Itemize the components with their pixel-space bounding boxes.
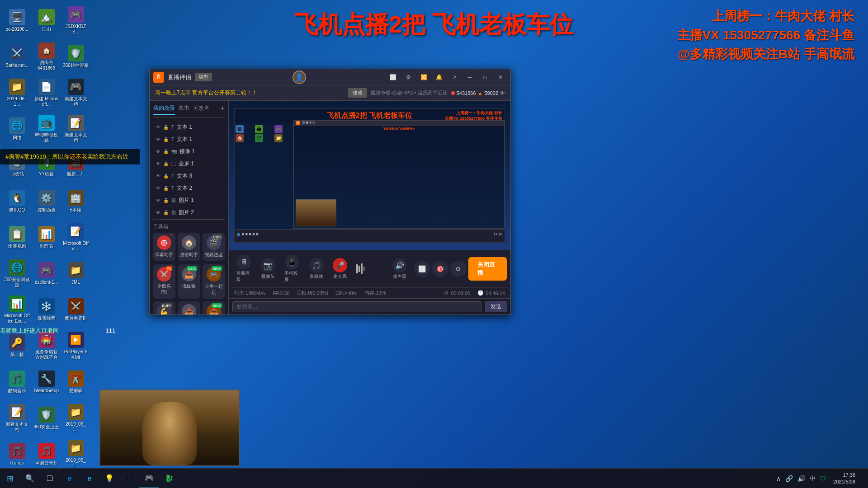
obs-scene-item-img1[interactable]: 👁 🔒 🖼 图片 1 bbox=[153, 195, 225, 206]
desktop-icon-dzclient[interactable]: 🎮 dzclient-1... bbox=[32, 255, 61, 291]
obs-icon-monitor[interactable]: ⬜ bbox=[387, 72, 399, 82]
obs-maximize-btn[interactable]: □ bbox=[479, 72, 491, 82]
tray-security-icon[interactable]: 🛡 bbox=[819, 475, 828, 482]
desktop-icon-controlpanel[interactable]: ⚙️ 控制面板 bbox=[32, 183, 61, 219]
desktop-icon-360lan[interactable]: 🌐 360安全浏览器 bbox=[2, 255, 32, 291]
desktop-icon-newms[interactable]: 📄 新建 Microsoft... bbox=[32, 75, 61, 111]
desktop-icon-newtext[interactable]: 📝 新建文本文档 bbox=[61, 111, 90, 147]
desktop-icon-steam[interactable]: 🎮 新建文本文档 bbox=[61, 75, 90, 111]
scene-eye-icon: 👁 bbox=[156, 125, 160, 130]
obs-tools-row2: ⚔️ PK 全民乐PK 📥 NEW 流媒酱 bbox=[153, 264, 225, 299]
desktop-icon-jml[interactable]: 📁 JML bbox=[61, 255, 90, 291]
obs-scene-item-text2[interactable]: 👁 🔒 T 文本 2 bbox=[153, 183, 225, 194]
tray-network-icon[interactable]: 🔗 bbox=[784, 475, 794, 482]
taskbar-app6-btn[interactable]: 🎮 bbox=[139, 469, 159, 488]
desktop-icon-mozhenglllll[interactable]: ⚔️ 魔兽争霸III bbox=[61, 291, 90, 328]
obs-btn-camera[interactable]: 📷 摄像头 bbox=[257, 256, 279, 282]
desktop-icon-360safe[interactable]: 🛡️ 360软件管家 bbox=[61, 38, 90, 75]
obs-close-btn[interactable]: ✕ bbox=[494, 72, 507, 82]
obs-type-btn[interactable]: 类型 bbox=[195, 73, 212, 81]
obs-icon-share[interactable]: 🔀 bbox=[417, 72, 430, 82]
desktop-icon-bijiaogz[interactable]: 📋 比赛规则 bbox=[2, 219, 32, 255]
obs-tab-myscenes[interactable]: 我的场景 bbox=[153, 104, 175, 115]
obs-tool-liumeijian[interactable]: 📥 NEW 流媒酱 bbox=[178, 264, 200, 299]
obs-record-btn[interactable]: ⬜ bbox=[414, 261, 430, 277]
taskbar-start-btn[interactable]: ⊞ bbox=[0, 469, 20, 488]
obs-scene-item-cam1[interactable]: 👁 🔒 📷 摄像 1 bbox=[153, 146, 225, 157]
obs-minimize-btn[interactable]: ─ bbox=[463, 72, 476, 82]
taskbar-ie-btn[interactable]: e bbox=[80, 469, 99, 488]
obs-tab-optional[interactable]: 可改名 bbox=[193, 104, 209, 115]
obs-btn-phone[interactable]: 📱 手机投屏 bbox=[281, 253, 304, 285]
obs-chat-input[interactable] bbox=[232, 301, 481, 312]
desktop-icon-jiangshan[interactable]: 🏔️ 江山 bbox=[32, 2, 61, 38]
taskbar-search-btn[interactable]: 🔍 bbox=[20, 469, 40, 488]
desktop-icon-2019b[interactable]: 📁 2019_06_1... bbox=[61, 400, 90, 436]
taskbar-shield-btn[interactable]: 🛡 bbox=[119, 469, 139, 488]
desktop-icon-aijianji[interactable]: ✂️ 爱剪辑 bbox=[61, 364, 90, 400]
desktop-icon-wangyiyun[interactable]: 🎵 网易云音乐 bbox=[32, 436, 61, 472]
obs-status-duration: ⏱ 00:00:00 bbox=[444, 291, 470, 296]
obs-btn-speaker[interactable]: 🔊 扬声器 bbox=[389, 256, 410, 282]
desktop-icon-baoxue[interactable]: ❄️ 暴雪战网 bbox=[32, 291, 61, 328]
obs-tool-yiqiwan[interactable]: 🎮 NEW 上半一起玩 bbox=[203, 264, 225, 299]
obs-scene-item-text1[interactable]: 👁 🔒 T 文本 1 bbox=[153, 122, 225, 133]
desktop-icon-itunes[interactable]: 🎵 iTunes bbox=[2, 436, 32, 472]
desktop-icon-msword[interactable]: 📝 Microsoft Offic... bbox=[61, 219, 90, 255]
obs-tool-fangguanzhushou[interactable]: 🏠 房管助手 bbox=[178, 233, 200, 261]
desktop-icon-jsdxkdzs[interactable]: 🎮 JSDXKDZS... bbox=[61, 2, 90, 38]
desktop-icon-network[interactable]: 🌐 网络 bbox=[2, 111, 32, 147]
obs-icon-settings[interactable]: ⚙ bbox=[402, 72, 415, 82]
desktop-icon-tencentqq[interactable]: 🐧 腾讯QQ bbox=[2, 183, 32, 219]
obs-tool-video[interactable]: 🎬 ENC 视频迸鉴 bbox=[203, 233, 225, 261]
taskbar-tips-btn[interactable]: 💡 bbox=[99, 469, 119, 488]
desktop-icon-bilibili[interactable]: 📺 哔哩哔哩投稿 bbox=[32, 111, 61, 147]
user-avatar[interactable]: 👤 bbox=[292, 70, 306, 84]
obs-viewer-count-num: 59002 bbox=[484, 90, 498, 96]
overlay-right-text: 上周榜一：牛肉大佬 村长 主播VX 15305277566 备注斗鱼 @多精彩视… bbox=[677, 7, 854, 64]
desktop-icon-room[interactable]: 🏠 房间号5431866 bbox=[32, 38, 61, 75]
desktop-icon-newtext2[interactable]: 📝 新建文本文档 bbox=[2, 400, 32, 436]
desktop-icon-kugou[interactable]: 🎵 酷狗音乐 bbox=[2, 364, 32, 400]
obs-tool-buff[interactable]: 💪 BUFF BUFF bbox=[153, 301, 175, 314]
obs-add-scene-btn[interactable]: + bbox=[221, 104, 225, 115]
tray-up-arrow-icon[interactable]: ∧ bbox=[775, 475, 782, 482]
desktop-icon-5lou[interactable]: 🏢 5本楼 bbox=[61, 183, 90, 219]
taskbar-date: 2021/5/26 bbox=[833, 479, 855, 485]
obs-btn-screen[interactable]: 🖥 直播屏幕 bbox=[232, 253, 255, 285]
desktop-icon-msexcel[interactable]: 📊 Microsoft Office Exc... bbox=[2, 291, 32, 328]
obs-btn-media[interactable]: 🎵 多媒体 bbox=[306, 256, 327, 282]
taskbar-app7-btn[interactable]: 🐉 bbox=[159, 469, 179, 488]
obs-scene-item-text1b[interactable]: 👁 🔒 T 文本 1 bbox=[153, 134, 225, 145]
obs-edit-btn[interactable]: 修改 bbox=[348, 88, 367, 98]
obs-scene-item-img2[interactable]: 👁 🔒 🖼 图片 2 bbox=[153, 207, 225, 218]
obs-tool-danmu[interactable]: 🎯 弹幕助手 bbox=[153, 233, 175, 261]
taskbar-clock[interactable]: 17:36 2021/5/26 bbox=[830, 472, 859, 485]
obs-tool-download1[interactable]: 📥 bbox=[178, 301, 200, 314]
taskbar-taskview-btn[interactable]: ❑ bbox=[40, 469, 60, 488]
desktop-icon-battlenet[interactable]: ⚔️ Battle.net... bbox=[2, 38, 32, 75]
desktop-icon-2019a[interactable]: 📁 2019_06_1... bbox=[2, 75, 32, 111]
obs-tool-pk[interactable]: ⚔️ PK 全民乐PK bbox=[153, 264, 175, 299]
obs-tab-dual[interactable]: 双击 bbox=[179, 104, 189, 115]
obs-scene-item-text3[interactable]: 👁 🔒 T 文本 3 bbox=[153, 170, 225, 182]
taskbar-edge-btn[interactable]: e bbox=[60, 469, 80, 488]
obs-scene-settings-btn[interactable]: 🎯 bbox=[432, 261, 448, 277]
desktop-icon-2019c[interactable]: 📁 2019_06_1... bbox=[61, 436, 90, 472]
desktop-icon-duizhenbiao[interactable]: 📊 对阵表 bbox=[32, 219, 61, 255]
taskbar-show-desktop-btn[interactable] bbox=[861, 469, 864, 488]
obs-icon-share2[interactable]: ↗ bbox=[448, 72, 461, 82]
tray-input-icon[interactable]: 中 bbox=[808, 474, 817, 483]
desktop-icon-pc[interactable]: 🖥️ pc-20190... bbox=[2, 2, 32, 38]
obs-scene-item-fullscreen1[interactable]: 👁 🔒 ⛶ 全屏 1 bbox=[153, 158, 225, 169]
obs-tool-download2[interactable]: 📥 NEW bbox=[203, 301, 225, 314]
obs-settings-btn[interactable]: ⚙ bbox=[450, 261, 467, 277]
tray-volume-icon[interactable]: 🔊 bbox=[796, 475, 807, 482]
desktop-icon-steamsetup[interactable]: 🔧 SteamSetup bbox=[32, 364, 61, 400]
obs-chat-send-btn[interactable]: 发送 bbox=[485, 301, 507, 312]
obs-icon-notifications[interactable]: 🔔 bbox=[433, 72, 445, 82]
obs-btn-mic[interactable]: 🎤 麦克风 bbox=[329, 256, 351, 282]
obs-start-live-btn[interactable]: 关闭直播 bbox=[468, 257, 507, 281]
scene-label-full1: 全屏 1 bbox=[179, 160, 194, 168]
desktop-icon-360weishi[interactable]: 🛡️ 360安全卫士 bbox=[32, 400, 61, 436]
